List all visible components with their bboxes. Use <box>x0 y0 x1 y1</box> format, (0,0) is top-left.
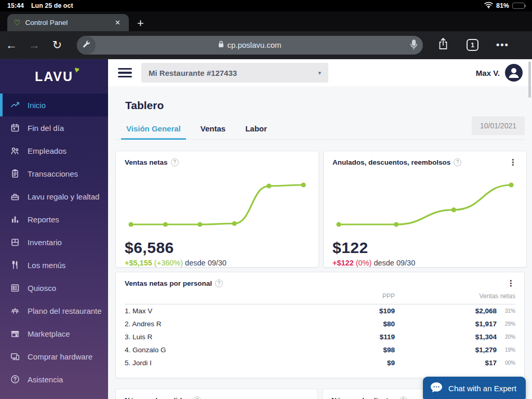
sidebar-item-reportes[interactable]: Reportes <box>0 208 108 231</box>
sidebar-item-los-men-s[interactable]: Los menús <box>0 254 108 276</box>
new-tab-button[interactable]: + <box>137 18 144 29</box>
dashboard-content: Tablero Visión GeneralVentasLabor 10/01/… <box>108 99 532 399</box>
dashboard-tabs: Visión GeneralVentasLabor 10/01/2021 <box>115 119 525 140</box>
main-area: Mi Restaurante #127433 ▾ Max V. Tablero … <box>108 59 532 399</box>
utensils-icon <box>10 260 20 270</box>
sidebar-item-fin-del-d-a[interactable]: Fin del día <box>0 116 108 139</box>
table-row: 3. Luis R$119$1,30420% <box>125 330 515 343</box>
sidebar-item-label: Fin del día <box>28 124 64 132</box>
trend-icon <box>10 100 20 110</box>
help-icon[interactable]: ? <box>193 396 201 399</box>
sidebar-item-partial[interactable] <box>0 391 108 399</box>
table-row: 1. Max V$109$2,06831% <box>125 304 515 317</box>
table-row: 4. Gonzalo G$98$1,27919% <box>125 343 515 356</box>
back-button[interactable]: ← <box>0 38 23 52</box>
sidebar-item-quiosco[interactable]: Quiosco <box>0 276 108 299</box>
browser-tab-control-panel[interactable]: ♡ Control Panel ✕ <box>7 14 129 31</box>
staff-card-title: Ventas netas por personal <box>125 280 212 287</box>
customers-card-title: Número de clientes <box>331 396 396 399</box>
scrollbar[interactable] <box>528 61 531 98</box>
tab-title: Control Panel <box>25 19 108 26</box>
voids-discounts-card: Anulados, descuentos, reembolsos ? ⋮ $12… <box>323 151 527 268</box>
tab-ventas[interactable]: Ventas <box>200 119 227 139</box>
voids-value: $122 <box>332 239 517 257</box>
lavu-logo[interactable]: LAVU♥ <box>0 59 108 94</box>
avatar[interactable] <box>505 64 523 82</box>
help-icon[interactable]: ? <box>400 396 407 399</box>
forward-button[interactable]: → <box>23 38 46 52</box>
column-net-sales: Ventas netas <box>395 292 515 300</box>
box-icon <box>10 237 20 247</box>
sidebar-item-label: Plano del restaurante <box>28 307 102 315</box>
staff-ppp: $98 <box>332 346 395 354</box>
restaurant-name: Mi Restaurante #127433 <box>149 69 237 77</box>
chat-with-expert-button[interactable]: Chat with an Expert <box>423 377 526 399</box>
net-sales-card: Ventas netas ? $6,586 +$5,155 (+360%) de… <box>115 151 319 268</box>
sidebar-item-marketplace[interactable]: Marketplace <box>0 322 108 345</box>
browser-menu-icon[interactable]: ••• <box>496 39 509 50</box>
kebab-menu-icon[interactable]: ⋮ <box>506 156 520 168</box>
store-icon <box>10 328 20 339</box>
share-icon[interactable] <box>437 37 449 53</box>
help-icon[interactable]: ? <box>215 280 223 287</box>
date-picker[interactable]: 10/01/2021 <box>472 116 525 135</box>
sidebar-item-label: Inventario <box>28 238 62 247</box>
staff-percent: 19% <box>497 347 515 353</box>
staff-name: 5. Jordi I <box>125 359 332 367</box>
staff-percent: 00% <box>497 360 515 366</box>
page-title: Tablero <box>125 99 525 112</box>
chat-button-label: Chat with an Expert <box>448 384 516 393</box>
sidebar-item-inicio[interactable]: Inicio <box>0 94 108 116</box>
staff-table-header: PPP Ventas netas <box>125 292 515 304</box>
hamburger-menu-icon[interactable] <box>118 68 132 78</box>
staff-percent: 29% <box>497 321 515 327</box>
sidebar-item-transacciones[interactable]: Transacciones <box>0 162 108 185</box>
voids-delta: +$122 (0%) desde 09/30 <box>332 259 517 267</box>
browser-tab-strip: ♡ Control Panel ✕ + <box>0 11 532 31</box>
tab-switcher-button[interactable]: 1 <box>467 39 478 51</box>
mic-icon[interactable] <box>410 39 418 53</box>
people-icon <box>10 145 20 156</box>
app-frame: LAVU♥ InicioFin del díaEmpleadosTransacc… <box>0 59 532 399</box>
site-settings-button[interactable] <box>77 36 96 55</box>
restaurant-selector[interactable]: Mi Restaurante #127433 ▾ <box>141 63 328 83</box>
clipboard-icon <box>10 168 20 179</box>
help-icon[interactable]: ? <box>171 158 179 166</box>
sidebar-item-label: Marketplace <box>28 329 70 338</box>
kebab-menu-icon[interactable]: ⋮ <box>503 277 518 289</box>
staff-net-sales: $17 <box>395 359 497 367</box>
sidebar-item-lavu-regalo-y-lealtad[interactable]: Lavu regalo y lealtad <box>0 185 108 208</box>
ios-status-bar: 15:44 Lun 25 de oct 81% <box>0 0 532 11</box>
net-sales-value: $6,586 <box>125 239 310 257</box>
staff-net-sales: $1,917 <box>395 320 497 328</box>
reload-button[interactable]: ↻ <box>46 38 69 52</box>
user-name: Max V. <box>476 69 500 77</box>
staff-ppp: $9 <box>332 359 395 367</box>
voids-title: Anulados, descuentos, reembolsos <box>332 158 450 166</box>
floorplan-icon <box>10 305 20 316</box>
help-icon[interactable]: ? <box>454 158 461 166</box>
orders-card-title: Número de pedidos <box>125 396 190 399</box>
sidebar: LAVU♥ InicioFin del díaEmpleadosTransacc… <box>0 59 108 399</box>
sidebar-item-label: Inicio <box>28 101 46 110</box>
sidebar-item-asistencia[interactable]: Asistencia <box>0 368 108 391</box>
tab-labor[interactable]: Labor <box>244 119 268 139</box>
sidebar-item-comprar-hardware[interactable]: Comprar hardware <box>0 345 108 368</box>
help-icon <box>10 374 20 384</box>
sidebar-item-empleados[interactable]: Empleados <box>0 139 108 162</box>
tab-close-icon[interactable]: ✕ <box>113 18 123 28</box>
staff-name: 2. Andres R <box>125 320 332 328</box>
wifi-icon <box>484 2 493 10</box>
sidebar-item-plano-del-restaurante[interactable]: Plano del restaurante <box>0 299 108 322</box>
sidebar-item-label: Lavu regalo y lealtad <box>28 192 99 201</box>
battery-icon <box>512 3 525 9</box>
staff-ppp: $119 <box>332 333 395 341</box>
address-bar[interactable]: cp.poslavu.com <box>77 36 423 55</box>
sidebar-item-inventario[interactable]: Inventario <box>0 231 108 254</box>
staff-net-sales: $1,279 <box>395 346 497 354</box>
tab-visi-n-general[interactable]: Visión General <box>125 119 182 139</box>
sidebar-item-label: Quiosco <box>28 284 56 292</box>
hardware-icon <box>10 351 20 362</box>
sidebar-item-label: Asistencia <box>28 375 63 384</box>
gift-icon <box>10 191 20 202</box>
